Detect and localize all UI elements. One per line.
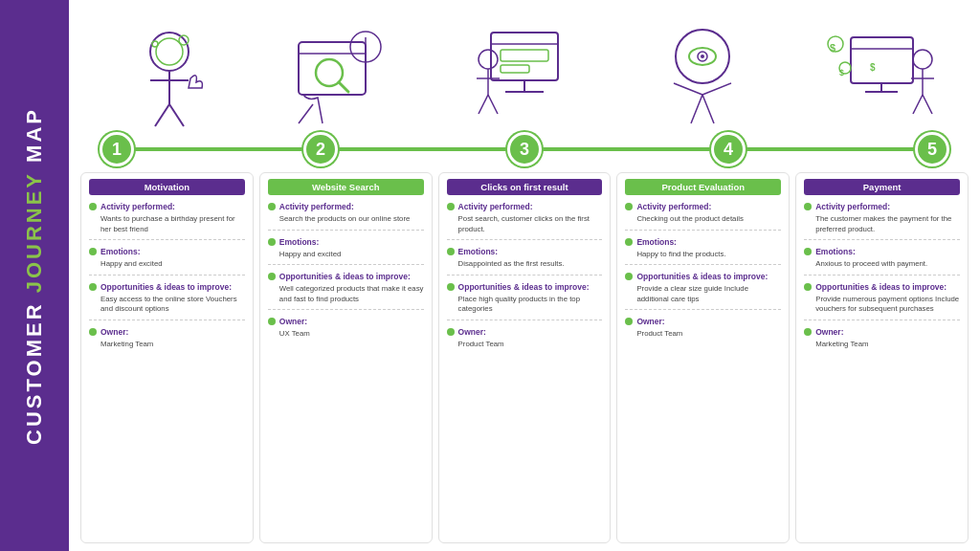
dot	[625, 203, 633, 210]
card-5-opps-label: Opportunities & ideas to improve:	[804, 282, 960, 292]
card-1-owner-text: Marketing Team	[100, 340, 245, 350]
card-1-emotions-text: Happy and excited	[100, 259, 245, 270]
dot	[447, 328, 455, 336]
divider	[625, 264, 781, 265]
sidebar-title: CUSTOMER JOURNEY MAP	[23, 107, 46, 445]
card-1-emotions-label: Emotions:	[89, 247, 245, 256]
svg-line-24	[479, 95, 488, 114]
card-2-opps-text: Well categorized products that make it e…	[279, 284, 424, 304]
step-4-circle: 4	[711, 132, 746, 166]
svg-point-21	[479, 50, 498, 69]
svg-text:$: $	[870, 62, 876, 73]
dot	[89, 328, 97, 336]
svg-point-29	[701, 55, 704, 58]
card-5-emotions-text: Anxious to proceed with payment.	[815, 259, 960, 270]
card-4-emotions-label: Emotions:	[625, 237, 781, 247]
svg-line-14	[299, 104, 313, 123]
card-4: Product Evaluation Activity performed: C…	[616, 172, 790, 543]
step-3-circle: 3	[507, 132, 542, 166]
card-5-activity-text: The customer makes the payment for the p…	[815, 214, 960, 234]
svg-line-31	[702, 83, 731, 95]
dot	[447, 248, 455, 255]
card-1-opps-label: Opportunities & ideas to improve:	[89, 282, 245, 292]
dot	[268, 238, 276, 246]
main-content: $ $ $ 1 2 3 4 5	[69, 0, 980, 551]
card-3-opps-text: Place high quality products in the top c…	[458, 295, 603, 315]
dot	[268, 273, 276, 280]
cards-row: Motivation Activity performed: Wants to …	[80, 172, 969, 543]
dot	[89, 283, 97, 291]
card-5-emotions-label: Emotions:	[804, 247, 960, 256]
divider	[89, 239, 245, 240]
card-2-header: Website Search	[268, 179, 424, 195]
svg-point-7	[152, 41, 158, 47]
card-1-activity-label: Activity performed:	[89, 202, 245, 211]
card-4-owner-text: Product Team	[636, 329, 781, 340]
dot	[447, 203, 455, 210]
svg-line-30	[674, 83, 702, 95]
card-3-owner-label: Owner:	[447, 327, 603, 337]
dot	[89, 203, 97, 210]
card-5-header: Payment	[804, 179, 960, 195]
card-4-emotions-text: Happy to find the products.	[636, 250, 781, 260]
card-5-opps-text: Provide numerous payment options Include…	[815, 295, 960, 315]
svg-line-33	[702, 95, 714, 123]
card-3-activity-label: Activity performed:	[447, 202, 603, 211]
svg-rect-18	[501, 65, 529, 73]
dot	[804, 203, 812, 210]
divider	[804, 275, 960, 276]
card-3-emotions-text: Disappointed as the first results.	[458, 259, 603, 270]
card-5: Payment Activity performed: The customer…	[795, 172, 969, 543]
divider	[268, 264, 424, 265]
card-4-opps-label: Opportunities & ideas to improve:	[625, 272, 781, 281]
card-2-activity-label: Activity performed:	[268, 202, 424, 211]
divider	[268, 230, 424, 231]
illustration-4	[626, 23, 779, 128]
step-2-circle: 2	[303, 132, 338, 166]
divider	[268, 309, 424, 310]
card-1-header: Motivation	[89, 179, 245, 195]
card-2-emotions-text: Happy and excited	[279, 250, 424, 260]
step-1-circle: 1	[100, 132, 134, 166]
card-2-owner-text: UX Team	[279, 329, 424, 340]
dot	[268, 318, 276, 325]
card-2-activity-text: Search the products on our online store	[279, 214, 424, 225]
dot	[625, 318, 633, 325]
sidebar: CUSTOMER JOURNEY MAP	[0, 0, 69, 551]
card-4-header: Product Evaluation	[625, 179, 781, 195]
svg-line-11	[339, 82, 348, 92]
dot	[89, 248, 97, 255]
card-1-owner-label: Owner:	[89, 327, 245, 337]
card-5-activity-label: Activity performed:	[804, 202, 960, 211]
divider	[625, 309, 781, 310]
card-4-activity-text: Checking out the product details	[636, 214, 781, 225]
step-5-circle: 5	[915, 132, 949, 166]
divider	[447, 320, 603, 320]
card-4-owner-label: Owner:	[625, 317, 781, 326]
svg-line-25	[488, 95, 498, 114]
divider	[447, 275, 603, 276]
illustration-2	[270, 23, 423, 128]
svg-line-42	[913, 95, 923, 114]
svg-rect-17	[501, 50, 548, 61]
illustration-5: $ $ $	[803, 23, 956, 128]
card-2-owner-label: Owner:	[268, 317, 424, 326]
card-4-opps-text: Provide a clear size guide Include addit…	[636, 284, 781, 304]
svg-line-32	[691, 95, 702, 123]
card-3-opps-label: Opportunities & ideas to improve:	[447, 282, 603, 292]
card-4-activity-label: Activity performed:	[625, 202, 781, 211]
timeline-steps: 1 2 3 4 5	[100, 132, 949, 166]
card-1-activity-text: Wants to purchase a birthday present for…	[100, 214, 245, 234]
timeline-row: 1 2 3 4 5	[80, 132, 969, 166]
dot	[268, 203, 276, 210]
card-2-opps-label: Opportunities & ideas to improve:	[268, 272, 424, 281]
svg-rect-34	[851, 37, 913, 83]
svg-line-43	[923, 95, 932, 114]
card-3-owner-text: Product Team	[458, 340, 603, 350]
svg-line-4	[155, 104, 169, 126]
card-1-opps-text: Easy access to the online store Vouchers…	[100, 295, 245, 315]
divider	[447, 239, 603, 240]
svg-line-5	[169, 104, 184, 126]
illustration-3	[448, 23, 601, 128]
dot	[447, 283, 455, 291]
